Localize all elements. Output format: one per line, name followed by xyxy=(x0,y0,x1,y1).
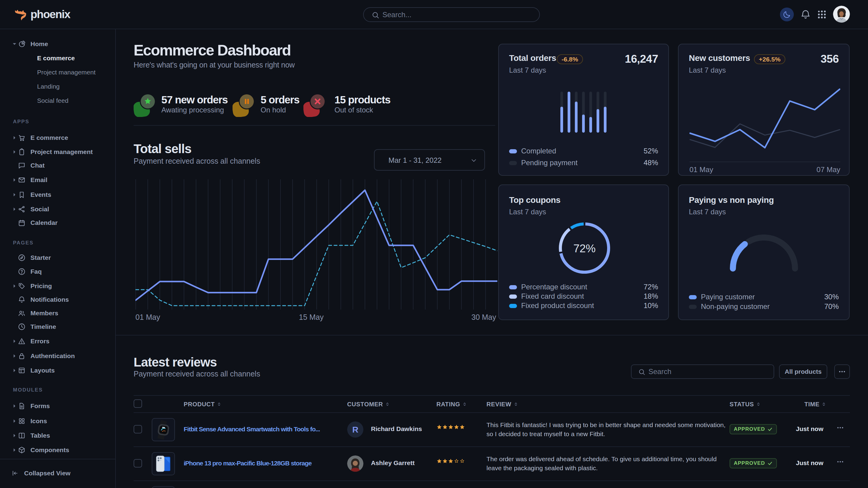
col-review[interactable]: REVIEW xyxy=(487,401,518,408)
card-title: New customers xyxy=(689,53,750,63)
sidebar-item-home[interactable]: Home xyxy=(0,37,115,51)
product-link[interactable]: Fitbit Sense Advanced Smartwatch with To… xyxy=(184,425,320,433)
column-label: TIME xyxy=(804,401,819,408)
product-thumbnail[interactable] xyxy=(152,418,175,441)
sidebar-subitem-label: E commerce xyxy=(37,55,75,62)
navbar-search-input[interactable] xyxy=(382,8,533,22)
reviews-search-input[interactable] xyxy=(648,365,769,378)
sidebar-item-timeline[interactable]: Timeline xyxy=(0,320,115,334)
customer-avatar[interactable]: R xyxy=(347,421,364,438)
status-badge: APPROVED xyxy=(730,424,777,434)
total-orders-card: Total orders -6.8% Last 7 days 16,247 Co… xyxy=(498,44,669,176)
calendar-icon xyxy=(18,219,26,227)
date-range-select[interactable]: Mar 1 - 31, 2022 xyxy=(374,149,485,171)
col-customer[interactable]: CUSTOMER xyxy=(347,401,390,408)
sidebar-item-errors[interactable]: Errors xyxy=(0,334,115,348)
sidebar-item-members[interactable]: Members xyxy=(0,306,115,320)
sort-icon xyxy=(756,401,761,407)
select-all-checkbox[interactable] xyxy=(134,399,142,408)
page-title: Ecommerce Dashboard xyxy=(134,42,291,59)
sidebar-item-project-management-home[interactable]: Project management xyxy=(0,65,115,79)
column-label: RATING xyxy=(436,401,460,408)
status-label: APPROVED xyxy=(734,460,765,466)
x-tick-30may: 30 May xyxy=(454,313,496,322)
sidebar-item-events[interactable]: Events xyxy=(0,188,115,202)
all-products-button[interactable]: All products xyxy=(779,364,827,379)
card-title: Paying vs non paying xyxy=(689,195,774,205)
legend-label: Fixed product discount xyxy=(521,301,594,310)
sidebar-item-label: Email xyxy=(30,176,48,184)
legend-fixed-card: Fixed card discount 18% xyxy=(509,292,658,301)
navbar-search xyxy=(363,7,540,22)
sidebar-item-notifications[interactable]: Notifications xyxy=(0,293,115,306)
row-checkbox[interactable] xyxy=(134,425,142,433)
top-coupons-card: Top coupons Last 7 days 72% Percentage d… xyxy=(498,185,669,320)
phoenix-logo-icon[interactable] xyxy=(14,7,28,22)
total-orders-bar-chart xyxy=(559,92,609,133)
customer-avatar[interactable] xyxy=(347,455,364,472)
table-row: iPhone 13 pro max-Pacific Blue-128GB sto… xyxy=(0,446,868,481)
caret-down-icon xyxy=(11,41,18,47)
search-icon xyxy=(372,11,379,19)
sidebar-item-ecommerce-home[interactable]: E commerce xyxy=(0,51,115,65)
card-title: Total orders xyxy=(509,53,556,63)
col-rating[interactable]: RATING xyxy=(436,401,467,408)
col-status[interactable]: STATUS xyxy=(730,401,761,408)
legend-label: Fixed card discount xyxy=(521,292,584,300)
card-title: Top coupons xyxy=(509,195,560,205)
legend-swatch xyxy=(509,304,517,308)
sidebar-item-social[interactable]: Social xyxy=(0,202,115,216)
sidebar-item-label: Project management xyxy=(30,148,93,156)
row-checkbox[interactable] xyxy=(134,459,142,467)
sidebar-item-calendar[interactable]: Calendar xyxy=(0,216,115,230)
layout-icon xyxy=(18,366,26,375)
sidebar-item-project-management-app[interactable]: Project management xyxy=(0,145,115,159)
legend-value: 48% xyxy=(644,159,658,167)
sidebar-item-label: Calendar xyxy=(30,219,58,226)
sidebar-item-authentication[interactable]: Authentication xyxy=(0,349,115,363)
legend-value: 52% xyxy=(644,147,658,155)
sidebar-item-ecommerce-app[interactable]: E commerce xyxy=(0,131,115,145)
sidebar-item-label: Pricing xyxy=(30,283,52,290)
mini-axis xyxy=(689,162,840,162)
mail-icon xyxy=(18,176,26,184)
product-thumbnail[interactable] xyxy=(152,486,175,488)
sidebar-item-layouts[interactable]: Layouts xyxy=(0,363,115,378)
sidebar-item-faq[interactable]: Faq xyxy=(0,265,115,279)
theme-toggle-moon-icon[interactable] xyxy=(780,7,794,22)
tag-icon xyxy=(18,282,26,290)
row-menu-button[interactable] xyxy=(835,424,845,433)
sort-icon xyxy=(462,401,467,407)
reviews-search xyxy=(631,364,774,379)
more-options-button[interactable] xyxy=(834,364,850,379)
stats-divider xyxy=(134,125,495,126)
col-time[interactable]: TIME xyxy=(804,401,826,408)
col-product[interactable]: PRODUCT xyxy=(184,401,221,408)
legend-label: Paying customer xyxy=(701,293,755,301)
rating-stars xyxy=(436,458,465,464)
caret-right-icon xyxy=(11,283,18,289)
sidebar-item-pricing[interactable]: Pricing xyxy=(0,279,115,293)
legend-label: Percentage discount xyxy=(521,283,587,291)
product-link[interactable]: iPhone 13 pro max-Pacific Blue-128GB sto… xyxy=(184,459,312,467)
sidebar-item-chat[interactable]: Chat xyxy=(0,159,115,172)
search-icon xyxy=(638,368,645,376)
legend-swatch xyxy=(509,149,517,154)
ellipsis-icon xyxy=(836,458,844,466)
caret-right-icon xyxy=(11,206,18,213)
grid-dots-icon xyxy=(817,9,827,20)
paying-gauge-chart xyxy=(726,231,801,271)
row-menu-button[interactable] xyxy=(835,458,845,467)
sidebar-item-social-feed[interactable]: Social feed xyxy=(0,94,115,108)
sidebar-item-starter[interactable]: Starter xyxy=(0,251,115,265)
card-subtitle: Last 7 days xyxy=(689,208,726,216)
sidebar-item-email[interactable]: Email xyxy=(0,173,115,187)
notifications-bell-icon[interactable] xyxy=(799,8,812,21)
legend-label: Non-paying customer xyxy=(701,302,770,311)
sidebar-item-landing[interactable]: Landing xyxy=(0,79,115,93)
product-thumbnail[interactable] xyxy=(152,452,175,475)
card-subtitle: Last 7 days xyxy=(509,66,546,74)
user-avatar[interactable] xyxy=(833,6,850,23)
brand-name[interactable]: phoenix xyxy=(30,8,70,21)
apps-grid-icon[interactable] xyxy=(816,9,828,20)
